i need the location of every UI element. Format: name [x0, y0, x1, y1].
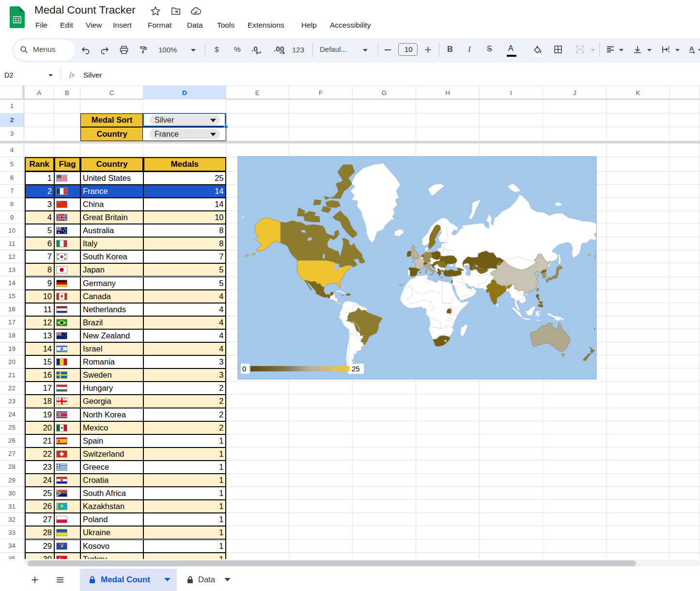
- svg-text:25: 25: [352, 365, 360, 373]
- svg-text:0: 0: [242, 365, 246, 373]
- svg-text:A: A: [689, 45, 694, 52]
